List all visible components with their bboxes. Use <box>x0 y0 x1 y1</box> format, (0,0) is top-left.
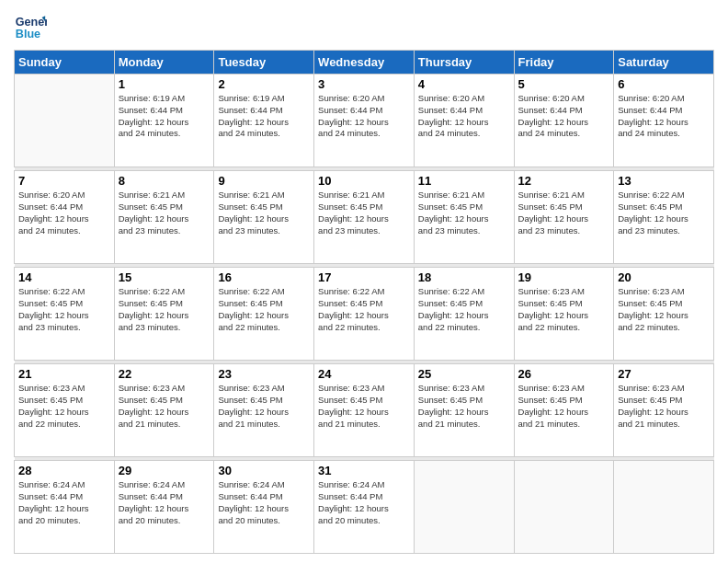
day-info: Sunrise: 6:22 AM Sunset: 6:45 PM Dayligh… <box>18 286 110 333</box>
day-info: Sunrise: 6:24 AM Sunset: 6:44 PM Dayligh… <box>218 479 310 526</box>
day-info: Sunrise: 6:21 AM Sunset: 6:45 PM Dayligh… <box>218 190 310 236</box>
calendar-cell <box>614 461 714 554</box>
day-info: Sunrise: 6:23 AM Sunset: 6:45 PM Dayligh… <box>518 383 610 430</box>
weekday-header-thursday: Thursday <box>414 51 514 75</box>
calendar-cell: 4Sunrise: 6:20 AM Sunset: 6:44 PM Daylig… <box>414 75 514 167</box>
day-info: Sunrise: 6:20 AM Sunset: 6:44 PM Dayligh… <box>418 93 510 140</box>
day-number: 16 <box>218 270 310 284</box>
calendar-cell: 28Sunrise: 6:24 AM Sunset: 6:44 PM Dayli… <box>15 461 115 554</box>
day-number: 11 <box>418 174 510 188</box>
day-number: 5 <box>518 77 610 91</box>
calendar-cell: 10Sunrise: 6:21 AM Sunset: 6:45 PM Dayli… <box>314 171 415 264</box>
day-number: 17 <box>318 270 410 284</box>
day-number: 2 <box>218 77 310 91</box>
day-info: Sunrise: 6:21 AM Sunset: 6:45 PM Dayligh… <box>418 190 510 236</box>
day-number: 18 <box>418 270 510 284</box>
calendar-cell <box>514 461 614 554</box>
calendar-cell: 19Sunrise: 6:23 AM Sunset: 6:45 PM Dayli… <box>514 268 614 361</box>
calendar-cell: 14Sunrise: 6:22 AM Sunset: 6:45 PM Dayli… <box>15 268 115 361</box>
calendar-week-row: 7Sunrise: 6:20 AM Sunset: 6:44 PM Daylig… <box>15 171 714 264</box>
weekday-header-sunday: Sunday <box>15 51 115 75</box>
calendar-cell: 29Sunrise: 6:24 AM Sunset: 6:44 PM Dayli… <box>114 461 214 554</box>
day-info: Sunrise: 6:20 AM Sunset: 6:44 PM Dayligh… <box>518 93 610 140</box>
calendar-cell: 13Sunrise: 6:22 AM Sunset: 6:45 PM Dayli… <box>614 171 714 264</box>
day-info: Sunrise: 6:21 AM Sunset: 6:45 PM Dayligh… <box>119 190 210 236</box>
day-info: Sunrise: 6:23 AM Sunset: 6:45 PM Dayligh… <box>119 383 210 430</box>
header: General Blue <box>14 9 714 42</box>
calendar-cell: 15Sunrise: 6:22 AM Sunset: 6:45 PM Dayli… <box>114 268 214 361</box>
weekday-header-monday: Monday <box>114 51 214 75</box>
day-info: Sunrise: 6:20 AM Sunset: 6:44 PM Dayligh… <box>18 190 110 236</box>
day-info: Sunrise: 6:23 AM Sunset: 6:45 PM Dayligh… <box>18 383 110 430</box>
day-number: 8 <box>119 174 210 188</box>
calendar-cell: 9Sunrise: 6:21 AM Sunset: 6:45 PM Daylig… <box>214 171 314 264</box>
calendar-cell <box>414 461 514 554</box>
day-info: Sunrise: 6:22 AM Sunset: 6:45 PM Dayligh… <box>318 286 410 333</box>
calendar-cell: 16Sunrise: 6:22 AM Sunset: 6:45 PM Dayli… <box>214 268 314 361</box>
day-info: Sunrise: 6:21 AM Sunset: 6:45 PM Dayligh… <box>518 190 610 236</box>
day-info: Sunrise: 6:24 AM Sunset: 6:44 PM Dayligh… <box>119 479 210 526</box>
day-number: 4 <box>418 77 510 91</box>
day-number: 31 <box>318 464 410 477</box>
day-info: Sunrise: 6:22 AM Sunset: 6:45 PM Dayligh… <box>418 286 510 333</box>
day-number: 25 <box>418 367 510 381</box>
day-info: Sunrise: 6:23 AM Sunset: 6:45 PM Dayligh… <box>318 383 410 430</box>
day-info: Sunrise: 6:20 AM Sunset: 6:44 PM Dayligh… <box>318 93 410 140</box>
calendar-week-row: 21Sunrise: 6:23 AM Sunset: 6:45 PM Dayli… <box>15 364 714 457</box>
calendar-cell <box>15 75 115 167</box>
day-number: 23 <box>218 367 310 381</box>
weekday-header-row: SundayMondayTuesdayWednesdayThursdayFrid… <box>15 51 714 75</box>
day-info: Sunrise: 6:22 AM Sunset: 6:45 PM Dayligh… <box>618 190 710 236</box>
day-info: Sunrise: 6:23 AM Sunset: 6:45 PM Dayligh… <box>518 286 610 333</box>
weekday-header-wednesday: Wednesday <box>314 51 415 75</box>
day-number: 29 <box>119 464 210 477</box>
logo-icon: General Blue <box>14 9 47 42</box>
weekday-header-friday: Friday <box>514 51 614 75</box>
logo: General Blue <box>14 9 51 42</box>
day-number: 30 <box>218 464 310 477</box>
calendar-cell: 3Sunrise: 6:20 AM Sunset: 6:44 PM Daylig… <box>314 75 415 167</box>
day-number: 26 <box>518 367 610 381</box>
calendar-cell: 5Sunrise: 6:20 AM Sunset: 6:44 PM Daylig… <box>514 75 614 167</box>
calendar-cell: 8Sunrise: 6:21 AM Sunset: 6:45 PM Daylig… <box>114 171 214 264</box>
calendar-cell: 20Sunrise: 6:23 AM Sunset: 6:45 PM Dayli… <box>614 268 714 361</box>
calendar-cell: 27Sunrise: 6:23 AM Sunset: 6:45 PM Dayli… <box>614 364 714 457</box>
day-number: 21 <box>18 367 110 381</box>
day-info: Sunrise: 6:24 AM Sunset: 6:44 PM Dayligh… <box>18 479 110 526</box>
day-info: Sunrise: 6:23 AM Sunset: 6:45 PM Dayligh… <box>418 383 510 430</box>
day-info: Sunrise: 6:24 AM Sunset: 6:44 PM Dayligh… <box>318 479 410 526</box>
day-info: Sunrise: 6:21 AM Sunset: 6:45 PM Dayligh… <box>318 190 410 236</box>
day-number: 13 <box>618 174 710 188</box>
calendar-cell: 26Sunrise: 6:23 AM Sunset: 6:45 PM Dayli… <box>514 364 614 457</box>
day-number: 1 <box>119 77 210 91</box>
calendar-cell: 23Sunrise: 6:23 AM Sunset: 6:45 PM Dayli… <box>214 364 314 457</box>
day-info: Sunrise: 6:22 AM Sunset: 6:45 PM Dayligh… <box>218 286 310 333</box>
day-number: 12 <box>518 174 610 188</box>
calendar-week-row: 1Sunrise: 6:19 AM Sunset: 6:44 PM Daylig… <box>15 75 714 167</box>
calendar-cell: 1Sunrise: 6:19 AM Sunset: 6:44 PM Daylig… <box>114 75 214 167</box>
day-info: Sunrise: 6:23 AM Sunset: 6:45 PM Dayligh… <box>618 286 710 333</box>
day-info: Sunrise: 6:20 AM Sunset: 6:44 PM Dayligh… <box>618 93 710 140</box>
calendar-cell: 22Sunrise: 6:23 AM Sunset: 6:45 PM Dayli… <box>114 364 214 457</box>
calendar-cell: 6Sunrise: 6:20 AM Sunset: 6:44 PM Daylig… <box>614 75 714 167</box>
day-number: 10 <box>318 174 410 188</box>
calendar-cell: 30Sunrise: 6:24 AM Sunset: 6:44 PM Dayli… <box>214 461 314 554</box>
day-number: 20 <box>618 270 710 284</box>
calendar-cell: 12Sunrise: 6:21 AM Sunset: 6:45 PM Dayli… <box>514 171 614 264</box>
day-number: 3 <box>318 77 410 91</box>
calendar-cell: 17Sunrise: 6:22 AM Sunset: 6:45 PM Dayli… <box>314 268 415 361</box>
calendar: SundayMondayTuesdayWednesdayThursdayFrid… <box>14 50 714 554</box>
day-number: 22 <box>119 367 210 381</box>
calendar-week-row: 28Sunrise: 6:24 AM Sunset: 6:44 PM Dayli… <box>15 461 714 554</box>
day-number: 6 <box>618 77 710 91</box>
calendar-cell: 11Sunrise: 6:21 AM Sunset: 6:45 PM Dayli… <box>414 171 514 264</box>
calendar-cell: 7Sunrise: 6:20 AM Sunset: 6:44 PM Daylig… <box>15 171 115 264</box>
weekday-header-saturday: Saturday <box>614 51 714 75</box>
day-info: Sunrise: 6:23 AM Sunset: 6:45 PM Dayligh… <box>618 383 710 430</box>
day-number: 28 <box>18 464 110 477</box>
day-info: Sunrise: 6:19 AM Sunset: 6:44 PM Dayligh… <box>218 93 310 140</box>
calendar-cell: 25Sunrise: 6:23 AM Sunset: 6:45 PM Dayli… <box>414 364 514 457</box>
day-number: 27 <box>618 367 710 381</box>
day-info: Sunrise: 6:23 AM Sunset: 6:45 PM Dayligh… <box>218 383 310 430</box>
day-number: 19 <box>518 270 610 284</box>
